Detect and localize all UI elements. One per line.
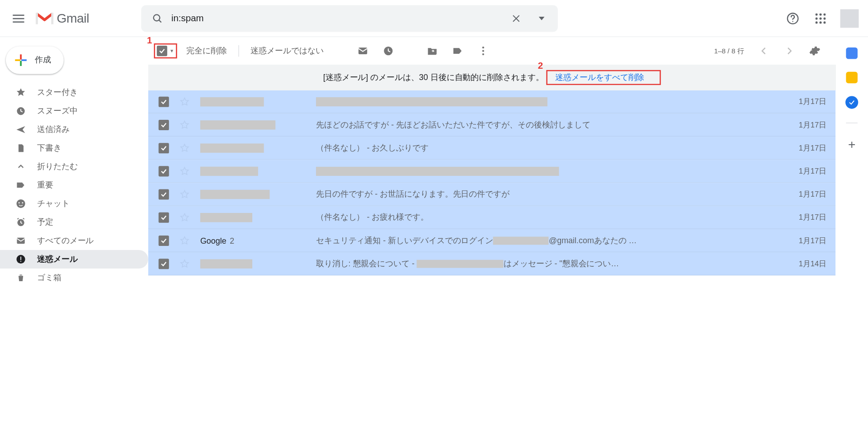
sender-cell — [200, 259, 316, 268]
spam-banner-text: [迷惑メール] のメールは、30 日後に自動的に削除されます。 — [323, 72, 544, 83]
svg-line-6 — [159, 20, 161, 22]
mail-row[interactable]: 先日の件ですが - お世話になります。先日の件ですが1月17日 — [148, 183, 836, 206]
sidebar-item-5[interactable]: 重要 — [0, 176, 148, 194]
subject-cell: 先日の件ですが - お世話になります。先日の件ですが — [316, 189, 792, 199]
sidebar-item-label: すべてのメール — [37, 236, 94, 246]
sidebar-item-8[interactable]: すべてのメール — [0, 231, 148, 250]
mark-unread-button[interactable] — [351, 39, 374, 62]
subject-cell: 取り消し: 懇親会について - はメッセージ - "懇親会につい… — [316, 259, 792, 269]
delete-forever-button[interactable]: 完全に削除 — [179, 46, 234, 56]
star-icon[interactable] — [179, 143, 190, 153]
row-checkbox[interactable] — [159, 235, 169, 245]
sender-placeholder — [200, 166, 258, 175]
svg-point-13 — [819, 13, 821, 15]
labels-button[interactable] — [446, 39, 469, 62]
sender-cell — [200, 120, 316, 129]
sidebar-item-label: スター付き — [37, 87, 78, 98]
star-icon[interactable] — [179, 212, 190, 222]
keep-addon-icon[interactable] — [846, 72, 858, 84]
sidebar-item-6[interactable]: チャット — [0, 194, 148, 213]
sidebar-item-3[interactable]: 下書き — [0, 139, 148, 157]
sidebar-item-1[interactable]: スヌーズ中 — [0, 102, 148, 120]
row-checkbox[interactable] — [159, 189, 169, 199]
support-button[interactable] — [781, 7, 804, 30]
mail-row[interactable]: 取り消し: 懇親会について - はメッセージ - "懇親会につい…1月14日 — [148, 252, 836, 275]
mail-row[interactable]: 1月17日 — [148, 160, 836, 183]
compose-button[interactable]: 作成 — [6, 46, 64, 74]
pagination-count: 1–8 / 8 行 — [714, 46, 744, 56]
row-checkbox[interactable] — [159, 96, 169, 107]
search-bar[interactable] — [141, 5, 558, 32]
select-dropdown-icon[interactable]: ▼ — [170, 48, 174, 54]
google-apps-button[interactable] — [809, 7, 832, 30]
get-addons-button[interactable]: + — [848, 137, 855, 152]
search-options-dropdown[interactable] — [529, 15, 554, 21]
row-checkbox[interactable] — [159, 259, 169, 269]
sidebar-item-label: 折りたたむ — [37, 161, 78, 172]
row-checkbox[interactable] — [159, 166, 169, 176]
search-input[interactable] — [170, 13, 503, 24]
subject-placeholder — [316, 166, 559, 175]
mail-row[interactable]: 先ほどのお話ですが - 先ほどお話いただいた件ですが、その後検討しまして1月17… — [148, 113, 836, 137]
next-page-button[interactable] — [778, 39, 801, 62]
sidebar-item-9[interactable]: 迷惑メール — [0, 250, 148, 269]
subject-text: 先日の件ですが - お世話になります。先日の件ですが — [316, 189, 509, 199]
settings-button[interactable] — [803, 39, 826, 62]
sidebar-icon — [15, 163, 27, 171]
subject-cell: 先ほどのお話ですが - 先ほどお話いただいた件ですが、その後検討しまして — [316, 119, 792, 130]
sidebar-item-10[interactable]: ゴミ箱 — [0, 269, 148, 287]
star-icon[interactable] — [179, 235, 190, 245]
svg-point-27 — [19, 202, 20, 203]
search-clear-button[interactable] — [504, 14, 529, 23]
row-checkbox[interactable] — [159, 212, 169, 222]
sidebar-item-label: 下書き — [37, 143, 61, 153]
svg-point-37 — [482, 50, 484, 52]
star-icon[interactable] — [179, 259, 190, 269]
sender-cell — [200, 166, 316, 175]
sidebar-icon — [15, 143, 27, 153]
date-cell: 1月17日 — [792, 212, 826, 222]
sidebar-icon — [15, 273, 27, 283]
subject-cell — [316, 97, 792, 106]
annotation-2: 2 — [538, 61, 543, 71]
star-icon[interactable] — [179, 96, 190, 107]
subject-text: 取り消し: 懇親会について - はメッセージ - "懇親会につい… — [316, 259, 619, 269]
prev-page-button[interactable] — [752, 39, 775, 62]
side-panel: + — [835, 37, 868, 350]
calendar-addon-icon[interactable] — [846, 47, 858, 59]
row-checkbox[interactable] — [159, 119, 169, 130]
star-icon[interactable] — [179, 189, 190, 199]
plus-multicolor-icon — [14, 53, 28, 67]
date-cell: 1月14日 — [792, 259, 826, 269]
star-icon[interactable] — [179, 166, 190, 176]
delete-all-spam-link[interactable]: 迷惑メールをすべて削除 — [549, 70, 650, 84]
move-to-button[interactable] — [420, 39, 443, 62]
mail-row[interactable]: Google 2セキュリティ通知 - 新しいデバイスでのログイン@gmail.c… — [148, 229, 836, 252]
sender-cell — [200, 143, 316, 152]
main-menu-button[interactable] — [5, 5, 32, 32]
account-avatar[interactable] — [840, 9, 859, 28]
not-spam-button[interactable]: 迷惑メールではない — [244, 46, 330, 56]
more-button[interactable] — [472, 39, 495, 62]
sidebar-item-2[interactable]: 送信済み — [0, 120, 148, 139]
star-icon[interactable] — [179, 119, 190, 130]
snooze-button[interactable] — [377, 39, 400, 62]
sender-name: Google — [200, 236, 226, 245]
row-checkbox[interactable] — [159, 143, 169, 153]
svg-point-14 — [823, 13, 826, 15]
sidebar-item-7[interactable]: 予定 — [0, 213, 148, 231]
search-icon[interactable] — [145, 13, 170, 24]
svg-rect-4 — [51, 13, 53, 24]
mail-row[interactable]: 1月17日 — [148, 90, 836, 113]
sidebar-icon — [15, 87, 27, 98]
subject-text: （件名なし） - お疲れ様です。 — [316, 212, 429, 222]
sidebar-icon — [15, 180, 27, 190]
select-all-checkbox[interactable]: 1 ▼ — [154, 43, 177, 58]
sidebar-icon — [15, 217, 27, 227]
tasks-addon-icon[interactable] — [845, 96, 858, 108]
mail-row[interactable]: （件名なし） - お疲れ様です。1月17日 — [148, 206, 836, 229]
mail-row[interactable]: （件名なし） - お久しぶりです1月17日 — [148, 137, 836, 160]
gmail-logo[interactable]: Gmail — [35, 11, 130, 26]
sidebar-item-4[interactable]: 折りたたむ — [0, 157, 148, 176]
sidebar-item-0[interactable]: スター付き — [0, 83, 148, 102]
